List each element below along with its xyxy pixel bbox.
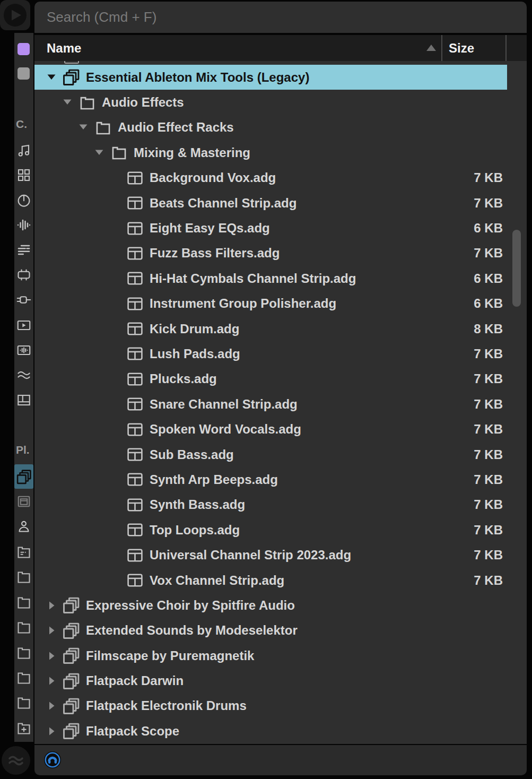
- sidebar-item-folder-3[interactable]: [14, 615, 33, 639]
- rack-icon: [125, 294, 144, 313]
- pack-icon: [62, 671, 81, 690]
- tree-row[interactable]: Audio Effects: [34, 90, 507, 115]
- sidebar-item-audio-effects[interactable]: [14, 213, 33, 237]
- row-size: 7 KB: [474, 347, 503, 361]
- sidebar-item-folder-4[interactable]: [14, 640, 33, 665]
- tree-row[interactable]: Fuzz Bass Filters.adg7 KB: [34, 241, 507, 266]
- expander-down-icon[interactable]: [63, 98, 73, 107]
- collection-gray-swatch[interactable]: [18, 67, 30, 80]
- row-size: 6 KB: [474, 296, 503, 311]
- places-section-label: Pl.: [16, 444, 33, 456]
- sidebar-item-user-profile[interactable]: [14, 514, 33, 539]
- row-size: 7 KB: [474, 196, 503, 211]
- preview-headphones-button[interactable]: [43, 751, 62, 769]
- sidebar-item-sounds[interactable]: [14, 138, 33, 162]
- sidebar-item-folder-6[interactable]: [14, 690, 33, 715]
- sidebar-item-midi-effects[interactable]: [14, 238, 33, 262]
- rack-icon: [125, 244, 144, 263]
- tree-row[interactable]: Background Vox.adg7 KB: [34, 166, 507, 191]
- tree-row[interactable]: Flatpack Electronik Drums: [34, 694, 507, 719]
- sidebar-item-folder-5[interactable]: [14, 665, 33, 690]
- sidebar-item-max-for-live[interactable]: [14, 263, 33, 287]
- sidebar-item-folder-2[interactable]: [14, 590, 33, 614]
- categories-section-label: C.: [16, 118, 33, 131]
- scrollbar-thumb[interactable]: [512, 230, 521, 307]
- tree-row[interactable]: Expressive Choir by Spitfire Audio: [34, 593, 507, 618]
- browser-sidebar: C.: [14, 33, 33, 742]
- partial-row-icon: [64, 61, 79, 64]
- rack-icon: [125, 269, 144, 288]
- tree-row[interactable]: Synth Arp Beeps.adg7 KB: [34, 467, 507, 492]
- size-column-header[interactable]: Size: [449, 35, 474, 61]
- tree-row[interactable]: Instrument Group Polisher.adg6 KB: [34, 291, 507, 316]
- tree-row[interactable]: Filmscape by Puremagnetik: [34, 643, 507, 668]
- sidebar-item-add-folder[interactable]: [14, 716, 33, 740]
- tree-row[interactable]: Snare Channel Strip.adg7 KB: [34, 392, 507, 417]
- row-label: Vox Channel Strip.adg: [150, 573, 284, 588]
- tree-row[interactable]: Kick Drum.adg8 KB: [34, 316, 507, 341]
- name-column-header[interactable]: Name: [47, 35, 81, 61]
- browser-tree-panel: Essential Ableton Mix Tools (Legacy)Audi…: [34, 61, 527, 744]
- instrument-knob-icon: [16, 192, 32, 208]
- expander-right-icon[interactable]: [47, 601, 57, 610]
- expander-spacer: [110, 450, 121, 460]
- max-for-live-chip-icon: [16, 267, 32, 283]
- tree-row[interactable]: Top Loops.adg7 KB: [34, 517, 507, 542]
- expander-down-icon[interactable]: [79, 123, 89, 132]
- expander-spacer: [110, 173, 121, 183]
- row-size: 7 KB: [474, 397, 503, 412]
- tree-row[interactable]: Hi-Hat Cymbals Channel Strip.adg6 KB: [34, 266, 507, 291]
- row-label: Beats Channel Strip.adg: [150, 196, 296, 211]
- expander-right-icon[interactable]: [47, 676, 57, 686]
- sidebar-item-user-library[interactable]: [14, 489, 33, 514]
- sidebar-item-packs[interactable]: [14, 464, 33, 489]
- row-label: Extended Sounds by Modeselektor: [86, 623, 298, 638]
- tree-row[interactable]: Plucks.adg7 KB: [34, 367, 507, 392]
- tree-row[interactable]: Flatpack Scope: [34, 719, 507, 743]
- sidebar-item-current-project[interactable]: [14, 540, 33, 564]
- sidebar-item-samples[interactable]: [14, 338, 33, 362]
- tree-row[interactable]: Beats Channel Strip.adg7 KB: [34, 191, 507, 215]
- collection-purple-swatch[interactable]: [18, 43, 30, 55]
- expander-down-icon[interactable]: [94, 148, 105, 158]
- row-label: Flatpack Scope: [86, 724, 179, 739]
- expander-right-icon[interactable]: [47, 726, 57, 736]
- expander-right-icon[interactable]: [47, 701, 57, 711]
- expander-right-icon[interactable]: [47, 651, 57, 661]
- tree-row[interactable]: Sub Bass.adg7 KB: [34, 442, 507, 467]
- expander-spacer: [110, 274, 121, 283]
- sidebar-item-grooves[interactable]: [14, 363, 33, 387]
- expander-down-icon[interactable]: [47, 73, 57, 82]
- tree-row[interactable]: Universal Channel Strip 2023.adg7 KB: [34, 542, 507, 567]
- search-input[interactable]: [34, 2, 527, 33]
- groove-circle-button[interactable]: [2, 746, 30, 775]
- tree-row[interactable]: Mixing & Mastering: [34, 140, 507, 165]
- column-divider[interactable]: [441, 35, 442, 61]
- tree-row[interactable]: Vox Channel Strip.adg7 KB: [34, 568, 507, 593]
- tree-row[interactable]: Synth Bass.adg7 KB: [34, 492, 507, 517]
- tree-row[interactable]: Lush Pads.adg7 KB: [34, 341, 507, 366]
- tree-row-selected[interactable]: Essential Ableton Mix Tools (Legacy): [34, 65, 507, 90]
- sidebar-item-templates[interactable]: [14, 388, 33, 412]
- row-size: 7 KB: [474, 170, 503, 185]
- row-size: 7 KB: [474, 447, 503, 462]
- pack-icon: [62, 621, 81, 640]
- tree-row[interactable]: Eight Easy EQs.adg6 KB: [34, 215, 507, 240]
- tree-row[interactable]: Audio Effect Racks: [34, 115, 507, 140]
- tree-row[interactable]: Spoken Word Vocals.adg7 KB: [34, 417, 507, 442]
- column-divider[interactable]: [505, 35, 507, 61]
- row-size: 7 KB: [474, 422, 503, 437]
- sidebar-item-folder-1[interactable]: [14, 565, 33, 589]
- tree-row[interactable]: Extended Sounds by Modeselektor: [34, 618, 507, 643]
- sidebar-item-plug-ins[interactable]: [14, 288, 33, 312]
- expander-right-icon[interactable]: [47, 626, 57, 635]
- tree-row[interactable]: Flatpack Darwin: [34, 668, 507, 693]
- folder-icon: [16, 594, 32, 610]
- sort-ascending-icon[interactable]: [426, 45, 436, 51]
- row-label: Synth Arp Beeps.adg: [150, 472, 278, 487]
- waves-icon: [6, 751, 25, 770]
- sidebar-item-drums[interactable]: [14, 163, 33, 187]
- rack-icon: [125, 470, 144, 489]
- sidebar-item-instruments[interactable]: [14, 188, 33, 212]
- sidebar-item-clips[interactable]: [14, 313, 33, 337]
